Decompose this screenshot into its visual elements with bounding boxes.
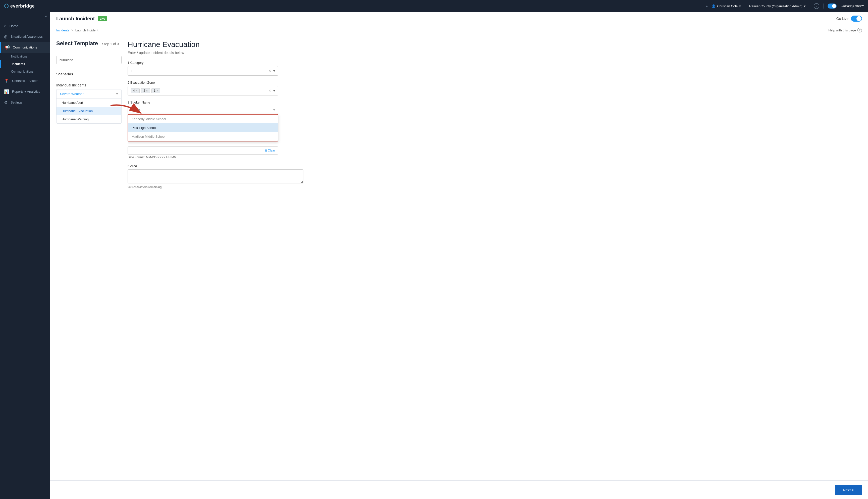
area-char-count: 260 characters remaining — [127, 185, 860, 189]
area-textarea[interactable] — [127, 169, 303, 183]
severe-weather-header[interactable]: Severe Weather ▾ — [57, 89, 121, 98]
settings-icon: ⚙ — [4, 100, 8, 105]
template-search-input[interactable] — [56, 56, 122, 64]
severe-weather-label: Severe Weather — [60, 92, 84, 96]
launch-title-text: Launch Incident — [56, 16, 95, 22]
evac-zone-clear-icon[interactable]: × — [269, 88, 271, 93]
category-field: 1 Category 1 × ▾ — [127, 61, 860, 76]
hurricane-warning-item[interactable]: Hurricane Warning — [57, 115, 121, 123]
go-live-toggle[interactable] — [851, 15, 862, 22]
org-menu[interactable]: Rainier County (Organization Admin) ▾ — [745, 4, 806, 8]
evacuation-zone-input[interactable]: 4 × 2 × 1 × — [127, 86, 278, 96]
logo[interactable]: ⬡ everbridge — [4, 3, 35, 9]
evacuation-zone-label: 2 Evacuation Zone — [127, 81, 860, 84]
tag-1-remove[interactable]: × — [157, 89, 158, 92]
communications-icon: 📢 — [5, 45, 10, 50]
shelter-name-select[interactable]: Select... ▾ — [127, 106, 278, 114]
hurricane-evacuation-item[interactable]: Hurricane Evacuation — [57, 107, 121, 115]
sidebar-item-incidents[interactable]: Incidents — [0, 60, 50, 68]
top-navigation: ⬡ everbridge » 👤 Christian Cole ▾ Rainie… — [0, 0, 868, 12]
category-clear-icon[interactable]: × — [269, 69, 271, 73]
sidebar-item-contacts-assets[interactable]: 📍 Contacts + Assets — [0, 75, 50, 86]
datetime-input[interactable]: ⊞ Clear — [127, 146, 278, 155]
sidebar-contacts-label: Contacts + Assets — [12, 79, 38, 83]
sidebar-home-label: Home — [10, 24, 18, 28]
category-chevron-icon[interactable]: ▾ — [273, 69, 275, 73]
next-button[interactable]: Next > — [835, 485, 862, 495]
tag-4-remove[interactable]: × — [136, 89, 137, 92]
page-content: Select Template Step 1 of 3 Scenarios In… — [50, 35, 868, 480]
severe-weather-group: Severe Weather ▾ Hurricane Alert Hurrica… — [56, 89, 122, 124]
breadcrumb-parent[interactable]: Incidents — [56, 28, 69, 32]
sidebar-item-communications[interactable]: 📢 Communications — [0, 42, 50, 53]
org-name: Rainier County (Organization Admin) — [749, 4, 803, 8]
step-indicator: Step 1 of 3 — [102, 42, 119, 46]
area-label: 6 Area — [127, 164, 860, 168]
sidebar-item-notifications[interactable]: Notifications — [0, 53, 50, 60]
sidebar-reports-label: Reports + Analytics — [12, 90, 40, 94]
severe-weather-items: Hurricane Alert Hurricane Evacuation Hur… — [57, 98, 121, 123]
home-icon: ⌂ — [4, 24, 7, 28]
help-button[interactable]: ? — [810, 3, 819, 9]
sidebar-settings-label: Settings — [11, 100, 22, 104]
tag-4-value: 4 — [133, 89, 135, 93]
sidebar-situational-awareness-label: Situational Awareness — [11, 35, 43, 38]
madison-middle-school-option[interactable]: Madison Middle School — [128, 132, 278, 141]
evac-zone-controls: × ▾ — [269, 88, 275, 93]
reports-icon: 📊 — [4, 89, 9, 94]
sidebar-item-communications-sub[interactable]: Communications — [0, 68, 50, 75]
category-input[interactable]: 1 × ▾ — [127, 66, 278, 76]
help-icon: ? — [814, 3, 819, 9]
sidebar-item-reports-analytics[interactable]: 📊 Reports + Analytics — [0, 86, 50, 97]
nav-expand-icon[interactable]: » — [706, 4, 708, 8]
sidebar: « ⌂ Home ◎ Situational Awareness 📢 Commu… — [0, 12, 50, 499]
launch-title: Launch Incident Live — [56, 16, 107, 22]
sidebar-item-home[interactable]: ⌂ Home — [0, 21, 50, 31]
logo-icon: ⬡ — [4, 3, 9, 9]
step-title-section: Select Template Step 1 of 3 — [56, 40, 122, 47]
evacuation-zone-tags: 4 × 2 × 1 × — [131, 88, 160, 93]
user-name: Christian Cole — [717, 4, 737, 8]
category-value: 1 — [131, 69, 133, 73]
everbridge360-label: Everbridge 360™ — [839, 4, 864, 8]
user-chevron-icon: ▾ — [739, 4, 741, 8]
category-controls: × ▾ — [269, 68, 275, 73]
category-label: 1 Category — [127, 61, 860, 64]
breadcrumb-separator: > — [71, 28, 73, 32]
area-field: 6 Area 260 characters remaining — [127, 164, 860, 189]
help-link-text: Help with this page — [828, 28, 856, 32]
individual-incidents-label: Individual Incidents — [56, 83, 122, 87]
breadcrumb-bar: Incidents > Launch Incident Help with th… — [50, 25, 868, 35]
sidebar-communications-label: Communications — [13, 46, 37, 49]
shelter-chevron-icon: ▾ — [273, 108, 275, 112]
hurricane-alert-item[interactable]: Hurricane Alert — [57, 98, 121, 107]
help-circle-icon: ? — [857, 28, 862, 33]
polk-high-school-option[interactable]: Polk High School — [128, 123, 278, 132]
datetime-clear[interactable]: ⊞ Clear — [264, 149, 275, 152]
tag-1: 1 × — [151, 88, 160, 93]
user-menu[interactable]: 👤 Christian Cole ▾ — [711, 4, 741, 8]
sidebar-item-situational-awareness[interactable]: ◎ Situational Awareness — [0, 31, 50, 42]
sidebar-incidents-label: Incidents — [12, 62, 25, 66]
evac-zone-chevron-icon[interactable]: ▾ — [273, 89, 275, 93]
kennedy-middle-school-option[interactable]: Kennedy Middle School — [128, 114, 278, 123]
launch-header: Launch Incident Live Go Live — [50, 12, 868, 25]
everbridge360-toggle-section: Everbridge 360™ — [823, 3, 864, 9]
help-link[interactable]: Help with this page ? — [828, 28, 862, 33]
tag-2-value: 2 — [144, 89, 145, 93]
tag-2-remove[interactable]: × — [146, 89, 148, 92]
scenarios-label: Scenarios — [56, 72, 122, 76]
sidebar-collapse-button[interactable]: « — [0, 12, 50, 21]
category-number: 1 — [127, 61, 131, 64]
user-icon: 👤 — [711, 4, 716, 8]
sidebar-notifications-label: Notifications — [11, 55, 27, 58]
bottom-actions: Next > — [50, 480, 868, 499]
tag-2: 2 × — [141, 88, 150, 93]
breadcrumb-current: Launch Incident — [75, 28, 98, 32]
situational-awareness-icon: ◎ — [4, 34, 8, 39]
everbridge360-toggle[interactable] — [828, 3, 836, 9]
sidebar-item-settings[interactable]: ⚙ Settings — [0, 97, 50, 108]
area-number: 6 — [127, 164, 130, 168]
incident-title: Hurricane Evacuation — [127, 40, 860, 49]
tag-1-value: 1 — [154, 89, 156, 93]
